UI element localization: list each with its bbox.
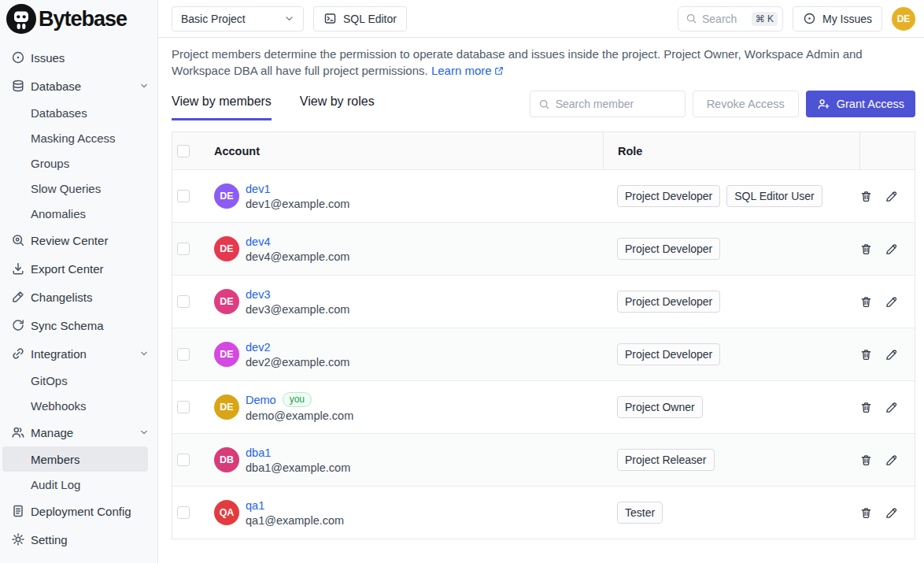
member-name-link[interactable]: dev3 <box>246 288 349 301</box>
export-center-icon <box>11 261 25 276</box>
role-cell: Project Developer <box>603 238 859 260</box>
toolbar-actions: Revoke Access Grant Access <box>530 91 915 117</box>
sidebar-item-audit-log[interactable]: Audit Log <box>0 472 157 497</box>
topbar: Basic Project SQL Editor Search ⌘ K My I… <box>158 0 924 38</box>
external-link-icon <box>493 65 505 76</box>
avatar: QA <box>214 500 239 525</box>
edit-member-icon[interactable] <box>885 506 898 520</box>
bytebase-logo[interactable]: Bytebase <box>0 0 157 38</box>
sidebar-item-gitops[interactable]: GitOps <box>0 368 157 393</box>
select-row-checkbox[interactable] <box>177 295 190 308</box>
delete-member-icon[interactable] <box>859 348 873 361</box>
sql-editor-button[interactable]: SQL Editor <box>313 6 407 31</box>
sidebar-item-changelists[interactable]: Changelists <box>0 283 157 311</box>
delete-member-icon[interactable] <box>859 243 873 256</box>
tab-view-by-members[interactable]: View by members <box>172 94 272 120</box>
tab-view-by-roles[interactable]: View by roles <box>300 94 375 120</box>
sidebar-item-review-center[interactable]: Review Center <box>0 226 157 254</box>
edit-member-icon[interactable] <box>885 401 898 414</box>
sidebar-item-label: Review Center <box>31 234 108 247</box>
delete-member-icon[interactable] <box>859 295 873 309</box>
page-description: Project members determine the permission… <box>172 46 915 79</box>
member-name-link[interactable]: dev2 <box>246 341 349 354</box>
member-email: dev1@example.com <box>246 198 349 210</box>
select-row-checkbox[interactable] <box>177 454 190 466</box>
sidebar-item-export-center[interactable]: Export Center <box>0 254 157 283</box>
sidebar-item-label: Slow Queries <box>31 182 101 195</box>
sync-schema-icon <box>11 318 25 332</box>
sidebar-item-label: Manage <box>31 426 73 439</box>
sidebar-item-groups[interactable]: Groups <box>0 150 157 176</box>
role-cell: Project Releaser <box>603 449 859 471</box>
sidebar-item-manage[interactable]: Manage <box>0 418 157 446</box>
edit-member-icon[interactable] <box>885 295 898 309</box>
edit-member-icon[interactable] <box>885 243 898 256</box>
member-name-link[interactable]: dev1 <box>246 183 349 195</box>
edit-member-icon[interactable] <box>885 348 898 361</box>
sidebar-item-label: Anomalies <box>31 207 86 220</box>
search-icon <box>538 98 550 110</box>
edit-member-icon[interactable] <box>885 454 898 467</box>
sidebar-item-anomalies[interactable]: Anomalies <box>0 201 157 226</box>
role-badge: Project Developer <box>617 185 720 207</box>
select-row-checkbox[interactable] <box>177 506 190 519</box>
sidebar-item-integration[interactable]: Integration <box>0 339 157 368</box>
delete-member-icon[interactable] <box>859 190 873 203</box>
sidebar-item-label: Groups <box>31 157 69 170</box>
sidebar-item-masking-access[interactable]: Masking Access <box>0 125 157 150</box>
avatar: DB <box>214 447 239 472</box>
sql-editor-label: SQL Editor <box>343 13 397 25</box>
member-name-link[interactable]: Demo you <box>246 392 353 407</box>
sidebar-item-members[interactable]: Members <box>2 446 148 472</box>
table-row: DE dev1 dev1@example.com Project Develop… <box>172 169 915 222</box>
role-cell: Project Developer <box>603 343 859 365</box>
edit-member-icon[interactable] <box>885 190 898 203</box>
sidebar-item-slow-queries[interactable]: Slow Queries <box>0 176 157 201</box>
member-name: dev1 <box>246 183 270 195</box>
sidebar-item-sync-schema[interactable]: Sync Schema <box>0 311 157 339</box>
role-badge: Project Developer <box>617 343 720 365</box>
account-cell: DE Demo you demo@example.com <box>214 392 603 422</box>
sidebar-item-deployment-config[interactable]: Deployment Config <box>0 497 157 525</box>
select-row-checkbox[interactable] <box>177 348 190 361</box>
view-tabs: View by members View by roles <box>172 94 375 120</box>
sidebar-item-label: Export Center <box>31 262 104 276</box>
role-badge: Tester <box>617 502 663 524</box>
global-search-input[interactable]: Search ⌘ K <box>678 6 783 31</box>
delete-member-icon[interactable] <box>859 401 873 414</box>
role-badge: Project Owner <box>617 396 703 418</box>
select-row-checkbox[interactable] <box>177 401 190 413</box>
project-select[interactable]: Basic Project <box>172 6 304 31</box>
sidebar-item-database[interactable]: Database <box>0 72 157 100</box>
sidebar-item-webhooks[interactable]: Webhooks <box>0 393 157 418</box>
you-badge: you <box>283 392 312 407</box>
sidebar-item-label: Deployment Config <box>31 505 131 518</box>
sidebar-item-issues[interactable]: Issues <box>0 43 157 72</box>
sidebar-item-label: Setting <box>31 533 68 546</box>
user-avatar[interactable]: DE <box>892 7 915 31</box>
search-icon <box>686 13 697 24</box>
sidebar-item-label: Changelists <box>31 291 92 304</box>
select-all-checkbox[interactable] <box>177 145 190 157</box>
member-name-link[interactable]: dev4 <box>246 235 349 248</box>
setting-icon <box>11 532 25 546</box>
search-member-input[interactable] <box>556 98 677 110</box>
sidebar-item-setting[interactable]: Setting <box>0 525 157 554</box>
revoke-access-button[interactable]: Revoke Access <box>693 91 799 117</box>
sidebar-item-databases[interactable]: Databases <box>0 100 157 125</box>
select-row-checkbox[interactable] <box>177 243 190 255</box>
member-name-link[interactable]: qa1 <box>246 499 344 512</box>
grant-access-button[interactable]: Grant Access <box>806 91 915 117</box>
issues-icon <box>11 50 25 65</box>
chevron-down-icon <box>139 427 150 438</box>
delete-member-icon[interactable] <box>859 454 873 467</box>
table-body: DE dev1 dev1@example.com Project Develop… <box>172 169 915 539</box>
avatar: DE <box>214 183 239 209</box>
select-row-checkbox[interactable] <box>177 190 190 202</box>
learn-more-link[interactable]: Learn more <box>431 62 505 79</box>
member-name-link[interactable]: dba1 <box>246 446 350 459</box>
table-row: DE dev2 dev2@example.com Project Develop… <box>172 328 915 380</box>
delete-member-icon[interactable] <box>859 506 873 520</box>
member-email: dev2@example.com <box>246 356 349 369</box>
my-issues-button[interactable]: My Issues <box>793 6 882 31</box>
